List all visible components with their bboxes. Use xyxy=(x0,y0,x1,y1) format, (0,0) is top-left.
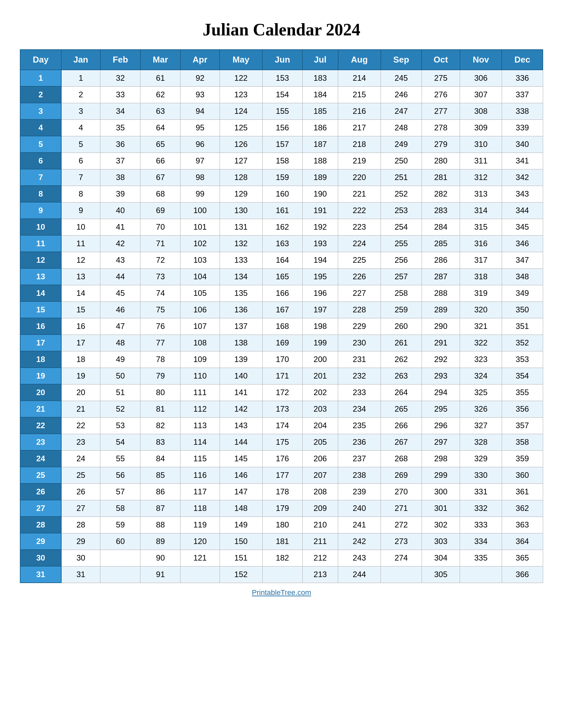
table-row: 25255685116146177207238269299330360 xyxy=(20,467,543,483)
value-cell: 285 xyxy=(422,235,460,252)
table-row: 24245584115145176206237268298329359 xyxy=(20,450,543,467)
value-cell: 343 xyxy=(502,186,543,202)
value-cell: 361 xyxy=(502,483,543,500)
value-cell: 278 xyxy=(422,119,460,136)
value-cell xyxy=(100,550,140,566)
value-cell xyxy=(180,566,219,583)
value-cell: 366 xyxy=(502,566,543,583)
value-cell: 267 xyxy=(381,434,422,450)
value-cell: 182 xyxy=(262,550,303,566)
value-cell: 39 xyxy=(100,186,140,202)
value-cell: 164 xyxy=(262,252,303,268)
value-cell: 109 xyxy=(180,351,219,368)
value-cell: 262 xyxy=(381,351,422,368)
value-cell: 134 xyxy=(219,268,262,285)
value-cell: 236 xyxy=(338,434,381,450)
column-header-oct: Oct xyxy=(422,50,460,70)
value-cell: 233 xyxy=(338,384,381,401)
value-cell: 13 xyxy=(61,268,100,285)
day-cell: 19 xyxy=(20,368,61,384)
table-row: 44356495125156186217248278309339 xyxy=(20,119,543,136)
value-cell: 339 xyxy=(502,119,543,136)
value-cell xyxy=(100,566,140,583)
value-cell: 176 xyxy=(262,450,303,467)
value-cell: 354 xyxy=(502,368,543,384)
value-cell: 169 xyxy=(262,335,303,351)
value-cell: 271 xyxy=(381,500,422,517)
value-cell: 119 xyxy=(180,517,219,533)
value-cell: 181 xyxy=(262,533,303,550)
value-cell xyxy=(262,566,303,583)
value-cell: 82 xyxy=(140,417,180,434)
value-cell: 120 xyxy=(180,533,219,550)
table-row: 17174877108138169199230261291322352 xyxy=(20,335,543,351)
value-cell: 239 xyxy=(338,483,381,500)
value-cell: 350 xyxy=(502,301,543,318)
value-cell: 157 xyxy=(262,136,303,153)
value-cell: 180 xyxy=(262,517,303,533)
value-cell: 345 xyxy=(502,219,543,235)
value-cell: 106 xyxy=(180,301,219,318)
table-row: 33346394124155185216247277308338 xyxy=(20,103,543,119)
value-cell: 353 xyxy=(502,351,543,368)
value-cell: 123 xyxy=(219,86,262,103)
value-cell: 10 xyxy=(61,219,100,235)
value-cell: 20 xyxy=(61,384,100,401)
value-cell: 356 xyxy=(502,401,543,417)
value-cell: 151 xyxy=(219,550,262,566)
value-cell: 105 xyxy=(180,285,219,301)
value-cell: 111 xyxy=(180,384,219,401)
value-cell: 363 xyxy=(502,517,543,533)
value-cell: 107 xyxy=(180,318,219,335)
value-cell: 311 xyxy=(460,153,502,169)
day-cell: 15 xyxy=(20,301,61,318)
value-cell: 230 xyxy=(338,335,381,351)
value-cell: 166 xyxy=(262,285,303,301)
value-cell: 110 xyxy=(180,368,219,384)
table-row: 13134473104134165195226257287318348 xyxy=(20,268,543,285)
value-cell: 14 xyxy=(61,285,100,301)
value-cell: 23 xyxy=(61,434,100,450)
value-cell: 146 xyxy=(219,467,262,483)
value-cell: 28 xyxy=(61,517,100,533)
value-cell: 177 xyxy=(262,467,303,483)
value-cell: 346 xyxy=(502,235,543,252)
value-cell: 226 xyxy=(338,268,381,285)
day-cell: 21 xyxy=(20,401,61,417)
value-cell: 244 xyxy=(338,566,381,583)
value-cell: 220 xyxy=(338,169,381,186)
table-row: 14144574105135166196227258288319349 xyxy=(20,285,543,301)
value-cell: 243 xyxy=(338,550,381,566)
value-cell: 290 xyxy=(422,318,460,335)
table-row: 19195079110140171201232263293324354 xyxy=(20,368,543,384)
value-cell: 237 xyxy=(338,450,381,467)
value-cell: 129 xyxy=(219,186,262,202)
value-cell: 242 xyxy=(338,533,381,550)
value-cell: 187 xyxy=(303,136,338,153)
value-cell: 56 xyxy=(100,467,140,483)
day-cell: 10 xyxy=(20,219,61,235)
value-cell: 190 xyxy=(303,186,338,202)
value-cell: 189 xyxy=(303,169,338,186)
value-cell: 193 xyxy=(303,235,338,252)
value-cell: 284 xyxy=(422,219,460,235)
day-cell: 12 xyxy=(20,252,61,268)
value-cell: 118 xyxy=(180,500,219,517)
value-cell: 253 xyxy=(381,202,422,219)
value-cell: 248 xyxy=(381,119,422,136)
table-row: 21215281112142173203234265295326356 xyxy=(20,401,543,417)
value-cell: 141 xyxy=(219,384,262,401)
value-cell: 309 xyxy=(460,119,502,136)
day-cell: 22 xyxy=(20,417,61,434)
table-row: 66376697127158188219250280311341 xyxy=(20,153,543,169)
value-cell: 206 xyxy=(303,450,338,467)
value-cell: 256 xyxy=(381,252,422,268)
value-cell: 50 xyxy=(100,368,140,384)
footer-link[interactable]: PrintableTree.com xyxy=(252,588,311,597)
value-cell: 211 xyxy=(303,533,338,550)
value-cell: 333 xyxy=(460,517,502,533)
value-cell: 200 xyxy=(303,351,338,368)
value-cell: 199 xyxy=(303,335,338,351)
value-cell: 362 xyxy=(502,500,543,517)
value-cell: 188 xyxy=(303,153,338,169)
